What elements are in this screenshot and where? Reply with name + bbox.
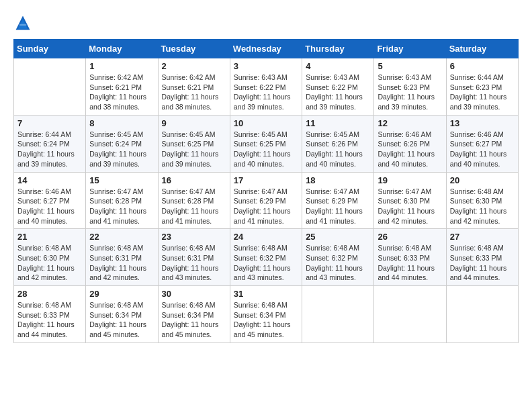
- day-info: Sunrise: 6:47 AMSunset: 6:28 PMDaylight:…: [162, 187, 226, 226]
- calendar-cell: 4Sunrise: 6:43 AMSunset: 6:22 PMDaylight…: [302, 58, 374, 116]
- day-info: Sunrise: 6:48 AMSunset: 6:33 PMDaylight:…: [378, 243, 442, 283]
- calendar-body: 1Sunrise: 6:42 AMSunset: 6:21 PMDaylight…: [14, 58, 519, 343]
- calendar-cell: 6Sunrise: 6:44 AMSunset: 6:23 PMDaylight…: [446, 58, 518, 116]
- day-number: 11: [306, 118, 370, 128]
- calendar-week-row: 1Sunrise: 6:42 AMSunset: 6:21 PMDaylight…: [14, 58, 519, 116]
- logo: [13, 13, 35, 32]
- calendar-cell: 13Sunrise: 6:46 AMSunset: 6:27 PMDayligh…: [446, 115, 518, 172]
- day-info: Sunrise: 6:47 AMSunset: 6:29 PMDaylight:…: [306, 187, 370, 226]
- day-number: 17: [234, 175, 298, 185]
- calendar-cell: 8Sunrise: 6:45 AMSunset: 6:24 PMDaylight…: [86, 115, 158, 172]
- day-info: Sunrise: 6:43 AMSunset: 6:22 PMDaylight:…: [306, 73, 370, 112]
- day-number: 4: [306, 61, 370, 71]
- day-number: 28: [17, 289, 82, 299]
- calendar-cell: 31Sunrise: 6:48 AMSunset: 6:34 PMDayligh…: [230, 286, 302, 343]
- calendar-cell: 10Sunrise: 6:45 AMSunset: 6:25 PMDayligh…: [230, 115, 302, 172]
- calendar-cell: [302, 286, 374, 343]
- day-number: 30: [162, 289, 226, 299]
- day-info: Sunrise: 6:48 AMSunset: 6:34 PMDaylight:…: [234, 300, 298, 340]
- day-info: Sunrise: 6:45 AMSunset: 6:25 PMDaylight:…: [162, 130, 226, 169]
- day-number: 23: [162, 232, 226, 242]
- day-number: 15: [89, 175, 154, 185]
- day-number: 9: [162, 118, 226, 128]
- day-number: 31: [234, 289, 298, 299]
- day-number: 14: [17, 175, 82, 185]
- calendar-cell: 14Sunrise: 6:46 AMSunset: 6:27 PMDayligh…: [14, 172, 86, 229]
- calendar-cell: 30Sunrise: 6:48 AMSunset: 6:34 PMDayligh…: [158, 286, 230, 343]
- day-info: Sunrise: 6:46 AMSunset: 6:26 PMDaylight:…: [378, 130, 442, 169]
- calendar-cell: 26Sunrise: 6:48 AMSunset: 6:33 PMDayligh…: [374, 229, 446, 286]
- day-number: 5: [378, 61, 442, 71]
- day-info: Sunrise: 6:43 AMSunset: 6:23 PMDaylight:…: [378, 73, 442, 112]
- day-number: 3: [234, 61, 298, 71]
- calendar: SundayMondayTuesdayWednesdayThursdayFrid…: [13, 39, 519, 343]
- calendar-cell: 5Sunrise: 6:43 AMSunset: 6:23 PMDaylight…: [374, 58, 446, 116]
- logo-icon: [13, 13, 32, 32]
- day-number: 6: [450, 61, 515, 71]
- calendar-week-row: 21Sunrise: 6:48 AMSunset: 6:30 PMDayligh…: [14, 229, 519, 286]
- calendar-cell: 12Sunrise: 6:46 AMSunset: 6:26 PMDayligh…: [374, 115, 446, 172]
- calendar-cell: [14, 58, 86, 116]
- day-info: Sunrise: 6:47 AMSunset: 6:29 PMDaylight:…: [234, 187, 298, 226]
- day-info: Sunrise: 6:48 AMSunset: 6:33 PMDaylight:…: [450, 243, 515, 283]
- calendar-cell: 20Sunrise: 6:48 AMSunset: 6:30 PMDayligh…: [446, 172, 518, 229]
- day-info: Sunrise: 6:45 AMSunset: 6:26 PMDaylight:…: [306, 130, 370, 169]
- day-info: Sunrise: 6:48 AMSunset: 6:32 PMDaylight:…: [306, 243, 370, 283]
- calendar-cell: 23Sunrise: 6:48 AMSunset: 6:31 PMDayligh…: [158, 229, 230, 286]
- day-info: Sunrise: 6:48 AMSunset: 6:34 PMDaylight:…: [89, 300, 154, 340]
- day-info: Sunrise: 6:42 AMSunset: 6:21 PMDaylight:…: [89, 73, 154, 112]
- day-number: 13: [450, 118, 515, 128]
- day-number: 18: [306, 175, 370, 185]
- day-number: 2: [162, 61, 226, 71]
- day-info: Sunrise: 6:48 AMSunset: 6:31 PMDaylight:…: [162, 243, 226, 283]
- calendar-cell: 25Sunrise: 6:48 AMSunset: 6:32 PMDayligh…: [302, 229, 374, 286]
- day-info: Sunrise: 6:48 AMSunset: 6:30 PMDaylight:…: [450, 187, 515, 226]
- day-info: Sunrise: 6:48 AMSunset: 6:32 PMDaylight:…: [234, 243, 298, 283]
- day-number: 29: [89, 289, 154, 299]
- weekday-header: Friday: [374, 40, 446, 58]
- day-number: 27: [450, 232, 515, 242]
- day-info: Sunrise: 6:46 AMSunset: 6:27 PMDaylight:…: [450, 130, 515, 169]
- day-number: 1: [89, 61, 154, 71]
- day-number: 16: [162, 175, 226, 185]
- day-info: Sunrise: 6:48 AMSunset: 6:34 PMDaylight:…: [162, 300, 226, 340]
- calendar-cell: 9Sunrise: 6:45 AMSunset: 6:25 PMDaylight…: [158, 115, 230, 172]
- calendar-week-row: 14Sunrise: 6:46 AMSunset: 6:27 PMDayligh…: [14, 172, 519, 229]
- calendar-cell: 7Sunrise: 6:44 AMSunset: 6:24 PMDaylight…: [14, 115, 86, 172]
- calendar-cell: [446, 286, 518, 343]
- calendar-cell: 1Sunrise: 6:42 AMSunset: 6:21 PMDaylight…: [86, 58, 158, 116]
- day-number: 22: [89, 232, 154, 242]
- day-number: 10: [234, 118, 298, 128]
- weekday-header: Monday: [86, 40, 158, 58]
- day-info: Sunrise: 6:48 AMSunset: 6:33 PMDaylight:…: [17, 300, 82, 340]
- weekday-header: Tuesday: [158, 40, 230, 58]
- weekday-header: Wednesday: [230, 40, 302, 58]
- day-info: Sunrise: 6:48 AMSunset: 6:30 PMDaylight:…: [17, 243, 82, 283]
- calendar-cell: 15Sunrise: 6:47 AMSunset: 6:28 PMDayligh…: [86, 172, 158, 229]
- calendar-cell: 22Sunrise: 6:48 AMSunset: 6:31 PMDayligh…: [86, 229, 158, 286]
- calendar-cell: 3Sunrise: 6:43 AMSunset: 6:22 PMDaylight…: [230, 58, 302, 116]
- calendar-cell: 27Sunrise: 6:48 AMSunset: 6:33 PMDayligh…: [446, 229, 518, 286]
- day-info: Sunrise: 6:43 AMSunset: 6:22 PMDaylight:…: [234, 73, 298, 112]
- calendar-cell: [374, 286, 446, 343]
- calendar-cell: 16Sunrise: 6:47 AMSunset: 6:28 PMDayligh…: [158, 172, 230, 229]
- day-info: Sunrise: 6:45 AMSunset: 6:24 PMDaylight:…: [89, 130, 154, 169]
- day-info: Sunrise: 6:45 AMSunset: 6:25 PMDaylight:…: [234, 130, 298, 169]
- day-number: 12: [378, 118, 442, 128]
- calendar-cell: 24Sunrise: 6:48 AMSunset: 6:32 PMDayligh…: [230, 229, 302, 286]
- day-info: Sunrise: 6:46 AMSunset: 6:27 PMDaylight:…: [17, 187, 82, 226]
- svg-rect-2: [19, 24, 27, 26]
- weekday-header: Saturday: [446, 40, 518, 58]
- day-info: Sunrise: 6:42 AMSunset: 6:21 PMDaylight:…: [162, 73, 226, 112]
- weekday-header: Sunday: [14, 40, 86, 58]
- day-number: 26: [378, 232, 442, 242]
- day-number: 25: [306, 232, 370, 242]
- day-info: Sunrise: 6:44 AMSunset: 6:23 PMDaylight:…: [450, 73, 515, 112]
- calendar-cell: 2Sunrise: 6:42 AMSunset: 6:21 PMDaylight…: [158, 58, 230, 116]
- day-number: 8: [89, 118, 154, 128]
- day-number: 19: [378, 175, 442, 185]
- weekday-header: Thursday: [302, 40, 374, 58]
- calendar-cell: 29Sunrise: 6:48 AMSunset: 6:34 PMDayligh…: [86, 286, 158, 343]
- day-info: Sunrise: 6:47 AMSunset: 6:28 PMDaylight:…: [89, 187, 154, 226]
- day-info: Sunrise: 6:47 AMSunset: 6:30 PMDaylight:…: [378, 187, 442, 226]
